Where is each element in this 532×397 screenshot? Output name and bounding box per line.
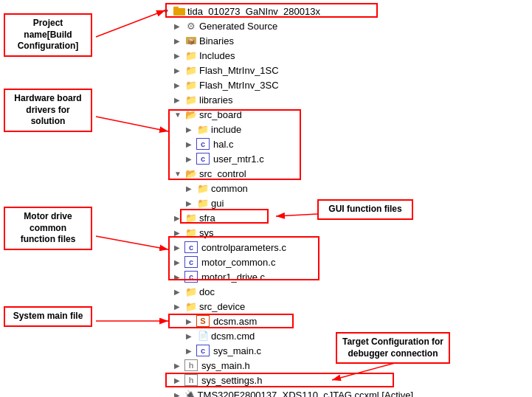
includes-label: Includes [199, 50, 235, 61]
icon-sys-main-h: h [184, 359, 198, 371]
icon-src-board: 📂 [184, 109, 198, 120]
icon-src-control: 📂 [184, 168, 198, 179]
annotation-gui-function: GUI function files [317, 199, 413, 220]
src-device-label: src_device [199, 301, 245, 312]
generated-label: Generated Source [199, 21, 277, 32]
arrow-sfra: ▶ [174, 214, 184, 222]
arrow-binaries: ▶ [174, 37, 184, 45]
sys-main-c-label: sys_main.c [213, 345, 261, 356]
icon-ccxml: 🔌 [184, 390, 196, 397]
tree-node-src-device[interactable]: ▶ 📁 src_device [162, 299, 413, 314]
ccxml-label: TMS320F2800137_XDS110_cJTAG.ccxml [Activ… [198, 390, 413, 398]
annotation-motor-drive: Motor drive commonfunction files [4, 207, 92, 250]
user-mtr1-label: user_mtr1.c [213, 153, 264, 165]
tree-node-dcsm-asm[interactable]: ▶ S dcsm.asm [162, 314, 413, 328]
arrow-ccxml: ▶ [174, 391, 184, 398]
arrow-src-control: ▼ [174, 170, 184, 178]
hal-c-label: hal.c [213, 139, 233, 150]
tree-node-include[interactable]: ▶ 📁 include [162, 122, 413, 137]
svg-line-4 [96, 10, 165, 37]
tree-node-binaries[interactable]: ▶ 📦 Binaries [162, 33, 413, 48]
arrow-libraries: ▶ [174, 96, 184, 104]
tree-node-flash1[interactable]: ▶ 📁 Flash_MtrInv_1SC [162, 63, 413, 77]
icon-dcsm-asm: S [196, 315, 210, 327]
arrow-src-device: ▶ [174, 303, 184, 311]
motor1-drive-label: motor1_drive.c [201, 272, 265, 283]
icon-generated: ⚙ [184, 21, 198, 32]
tree-node-libraries[interactable]: ▶ 📁 libraries [162, 92, 413, 107]
svg-text:📦: 📦 [187, 38, 195, 45]
arrow-generated: ▶ [174, 22, 184, 30]
tree-node-hal-c[interactable]: ▶ c hal.c [162, 137, 413, 151]
controlparam-label: controlparameters.c [201, 242, 286, 253]
sys-settings-label: sys_settings.h [201, 375, 262, 386]
arrow-user-mtr1: ▶ [186, 155, 196, 163]
icon-sys-main-c: c [196, 345, 210, 356]
icon-flash3: 📁 [184, 80, 198, 91]
icon-flash1: 📁 [184, 65, 198, 76]
tree-node-sys[interactable]: ▶ 📁 sys [162, 225, 413, 240]
arrow-flash1: ▶ [174, 66, 184, 75]
arrow-dcsm-asm: ▶ [186, 317, 196, 325]
svg-line-6 [96, 236, 168, 249]
annotation-hardware-board: Hardware boarddrivers for solution [4, 89, 92, 132]
tree-node-sys-settings[interactable]: ▶ h sys_settings.h [162, 373, 413, 387]
tree-node-src-board[interactable]: ▼ 📂 src_board [162, 107, 413, 122]
src-board-label: src_board [199, 109, 242, 120]
tree-node-doc[interactable]: ▶ 📁 doc [162, 284, 413, 299]
icon-sfra: 📁 [184, 213, 198, 224]
arrow-root: ▼ [162, 7, 173, 15]
flash3-label: Flash_MtrInv_3SC [199, 80, 279, 91]
icon-include: 📁 [196, 124, 210, 135]
src-control-label: src_control [199, 168, 246, 179]
arrow-flash3: ▶ [174, 81, 184, 89]
arrow-motor1-drive: ▶ [174, 273, 184, 281]
icon-binaries: 📦 [184, 35, 198, 47]
binaries-label: Binaries [199, 35, 234, 46]
icon-sys-settings: h [184, 374, 198, 386]
tree-node-controlparam[interactable]: ▶ c controlparameters.c [162, 240, 413, 255]
icon-libraries: 📁 [184, 94, 198, 106]
tree-node-common[interactable]: ▶ 📁 common [162, 181, 413, 196]
arrow-motor-common: ▶ [174, 258, 184, 266]
root-label: tida_010273_GaNInv_280013x [187, 6, 320, 17]
tree-node-motor-common[interactable]: ▶ c motor_common.c [162, 255, 413, 269]
tree-node-user-mtr1[interactable]: ▶ c user_mtr1.c [162, 151, 413, 166]
tree-node-src-control[interactable]: ▼ 📂 src_control [162, 166, 413, 181]
tree-node-ccxml[interactable]: ▶ 🔌 TMS320F2800137_XDS110_cJTAG.ccxml [A… [162, 387, 413, 397]
dcsm-asm-label: dcsm.asm [213, 316, 257, 327]
arrow-sys: ▶ [174, 229, 184, 237]
arrow-gui: ▶ [186, 199, 196, 207]
tree-node-flash3[interactable]: ▶ 📁 Flash_MtrInv_3SC [162, 77, 413, 92]
arrow-sys-main-h: ▶ [174, 362, 184, 370]
icon-controlparam: c [184, 241, 198, 253]
arrow-controlparam: ▶ [174, 244, 184, 252]
svg-line-5 [96, 117, 168, 131]
arrow-sys-main-c: ▶ [186, 347, 196, 355]
icon-src-device: 📁 [184, 301, 198, 312]
dcsm-cmd-label: dcsm.cmd [211, 331, 255, 342]
arrow-sys-settings: ▶ [174, 376, 184, 384]
include-label: include [211, 124, 241, 135]
arrow-doc: ▶ [174, 288, 184, 296]
icon-gui: 📁 [196, 198, 210, 209]
svg-rect-1 [173, 7, 179, 10]
tree-node-generated[interactable]: ▶ ⚙ Generated Source [162, 18, 413, 33]
icon-common: 📁 [196, 183, 210, 194]
flash1-label: Flash_MtrInv_1SC [199, 65, 279, 76]
common-label: common [211, 183, 248, 194]
tree-node-includes[interactable]: ▶ 📁 Includes [162, 48, 413, 63]
icon-doc: 📁 [184, 286, 198, 297]
annotation-project-name: Project name[Build Configuration] [4, 13, 92, 57]
arrow-common: ▶ [186, 184, 196, 193]
gui-label: gui [211, 198, 224, 209]
sys-main-h-label: sys_main.h [201, 360, 250, 371]
libraries-label: libraries [199, 94, 233, 106]
sys-label: sys [199, 227, 214, 238]
icon-includes: 📁 [184, 50, 198, 61]
tree-node-root[interactable]: ▼ tida_010273_GaNInv_280013x [162, 4, 413, 18]
motor-common-label: motor_common.c [201, 257, 275, 268]
icon-motor1-drive: c [184, 271, 198, 283]
arrow-includes: ▶ [174, 52, 184, 60]
tree-node-motor1-drive[interactable]: ▶ c motor1_drive.c [162, 269, 413, 284]
